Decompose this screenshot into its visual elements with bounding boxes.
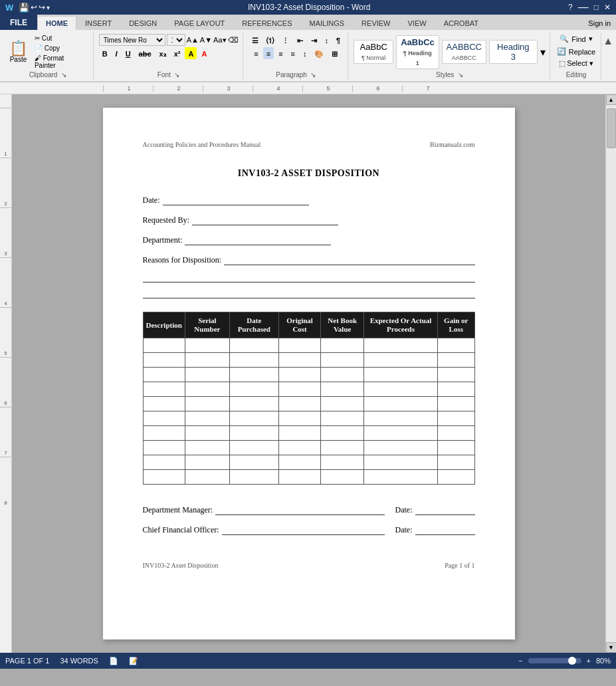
- text-highlight-button[interactable]: A: [185, 47, 197, 59]
- styles-scroll[interactable]: ▾: [540, 46, 546, 58]
- scroll-up-button[interactable]: ▲: [606, 94, 617, 105]
- ribbon-collapse[interactable]: ▲: [603, 33, 613, 80]
- ribbon-content: 📋 Paste ✂ Cut 📄 Copy 🖌 Format Painter Cl…: [0, 30, 616, 82]
- tab-references[interactable]: REFERENCES: [233, 16, 300, 30]
- cfo-line[interactable]: [222, 524, 385, 535]
- zoom-thumb[interactable]: [568, 657, 576, 665]
- table-row[interactable]: [143, 411, 474, 426]
- multilevel-button[interactable]: ⋮: [278, 34, 292, 46]
- table-row[interactable]: [143, 455, 474, 470]
- track-changes-icon[interactable]: 📄: [109, 657, 118, 665]
- dept-manager-line[interactable]: [215, 505, 384, 515]
- zoom-in-button[interactable]: +: [587, 657, 591, 665]
- strikethrough-button[interactable]: abc: [136, 47, 155, 59]
- font-shrink-button[interactable]: A▼: [200, 36, 212, 44]
- show-formatting-button[interactable]: ¶: [333, 34, 344, 46]
- tab-file[interactable]: FILE: [0, 15, 37, 30]
- edit-mode-icon[interactable]: 📝: [129, 657, 138, 665]
- change-case-button[interactable]: Aa▾: [213, 36, 226, 45]
- paragraph-row-1: ☰ ⑴ ⋮ ⇤ ⇥ ↕ ¶: [249, 34, 344, 46]
- table-row[interactable]: [143, 470, 474, 485]
- tab-view[interactable]: VIEW: [399, 16, 435, 30]
- shading-button[interactable]: 🎨: [311, 47, 327, 59]
- tab-acrobat[interactable]: ACROBAT: [435, 16, 487, 30]
- italic-button[interactable]: I: [112, 47, 121, 59]
- close-icon[interactable]: ✕: [604, 3, 611, 12]
- copy-button[interactable]: 📄 Copy: [33, 44, 89, 53]
- table-row[interactable]: [143, 441, 474, 455]
- style-heading2[interactable]: AABBCCAABBCC: [442, 40, 486, 64]
- reasons-line-3[interactable]: [143, 286, 475, 298]
- tab-mailings[interactable]: MAILINGS: [301, 16, 354, 30]
- side-mark-2: 2: [0, 158, 11, 207]
- select-button[interactable]: ⬚ Select ▾: [559, 59, 593, 68]
- decrease-indent-button[interactable]: ⇤: [294, 34, 306, 46]
- header-left: Accounting Policies and Procedures Manua…: [143, 141, 261, 148]
- redo-icon[interactable]: ↪: [39, 3, 45, 12]
- increase-indent-button[interactable]: ⇥: [308, 34, 320, 46]
- underline-button[interactable]: U: [122, 47, 134, 59]
- font-color-button[interactable]: A: [198, 47, 210, 59]
- department-underline[interactable]: [185, 235, 331, 245]
- document-page[interactable]: Accounting Policies and Procedures Manua…: [103, 108, 515, 639]
- scrollbar-track[interactable]: [606, 105, 616, 642]
- justify-button[interactable]: ≡: [288, 47, 298, 59]
- tab-review[interactable]: REVIEW: [353, 16, 399, 30]
- side-mark-6: 6: [0, 357, 11, 407]
- undo-icon[interactable]: ↩: [31, 3, 37, 12]
- paste-button[interactable]: 📋 Paste: [7, 40, 30, 64]
- sign-in[interactable]: Sign in: [583, 17, 616, 30]
- scroll-down-button[interactable]: ▼: [606, 642, 617, 653]
- reasons-line-1[interactable]: [224, 255, 474, 265]
- borders-button[interactable]: ⊞: [328, 47, 341, 59]
- align-right-button[interactable]: ≡: [275, 47, 286, 59]
- clear-format-button[interactable]: ⌫: [228, 36, 239, 45]
- maximize-icon[interactable]: □: [594, 3, 599, 12]
- style-normal[interactable]: AaBbC¶ Normal: [354, 40, 393, 64]
- font-grow-button[interactable]: A▲: [187, 36, 199, 44]
- bullets-button[interactable]: ☰: [249, 34, 262, 46]
- sort-button[interactable]: ↕: [322, 34, 332, 46]
- numbering-button[interactable]: ⑴: [263, 34, 277, 46]
- tab-page-layout[interactable]: PAGE LAYOUT: [165, 16, 233, 30]
- scrollbar-thumb[interactable]: [607, 108, 616, 148]
- ruler-mark-4: 4: [253, 85, 302, 92]
- save-icon[interactable]: 💾: [19, 3, 29, 13]
- style-heading3[interactable]: Heading 3: [489, 40, 538, 64]
- table-row[interactable]: [143, 397, 474, 411]
- font-size-select[interactable]: 16: [167, 34, 185, 46]
- line-spacing-button[interactable]: ↕: [300, 47, 310, 59]
- tab-insert[interactable]: INSERT: [76, 16, 120, 30]
- zoom-out-button[interactable]: −: [518, 657, 522, 665]
- cfo-date-line[interactable]: [415, 524, 475, 535]
- vertical-scrollbar[interactable]: ▲ ▼: [605, 94, 616, 653]
- requested-by-underline[interactable]: [192, 215, 338, 225]
- minimize-icon[interactable]: —: [578, 1, 589, 13]
- dept-date-line[interactable]: [415, 505, 475, 515]
- zoom-slider[interactable]: [528, 658, 581, 663]
- reasons-line-2[interactable]: [143, 271, 475, 283]
- align-center-button[interactable]: ≡: [263, 47, 274, 59]
- date-underline[interactable]: [163, 195, 309, 205]
- font-name-select[interactable]: Times New Ro: [99, 34, 165, 46]
- cut-button[interactable]: ✂ Cut: [33, 34, 89, 43]
- tab-design[interactable]: DESIGN: [120, 16, 165, 30]
- table-row[interactable]: [143, 426, 474, 441]
- find-arrow: ▾: [589, 35, 593, 43]
- table-row[interactable]: [143, 368, 474, 382]
- style-heading1[interactable]: AaBbCc¶ Heading 1: [396, 35, 439, 69]
- align-left-button[interactable]: ≡: [251, 47, 261, 59]
- tab-home[interactable]: HOME: [37, 16, 76, 30]
- subscript-button[interactable]: x₂: [156, 47, 169, 59]
- superscript-button[interactable]: x²: [171, 47, 184, 59]
- format-painter-button[interactable]: 🖌 Format Painter: [33, 54, 89, 70]
- replace-button[interactable]: 🔄 Replace: [556, 47, 597, 57]
- bold-button[interactable]: B: [99, 47, 111, 59]
- table-row[interactable]: [143, 338, 474, 353]
- help-icon[interactable]: ?: [568, 3, 573, 12]
- table-row[interactable]: [143, 353, 474, 368]
- table-row[interactable]: [143, 382, 474, 397]
- col-expected-proceeds: Expected Or Actual Proceeds: [363, 312, 437, 338]
- header-right: Bizmanualz.com: [430, 141, 474, 148]
- find-button[interactable]: 🔍 Find ▾: [558, 34, 593, 44]
